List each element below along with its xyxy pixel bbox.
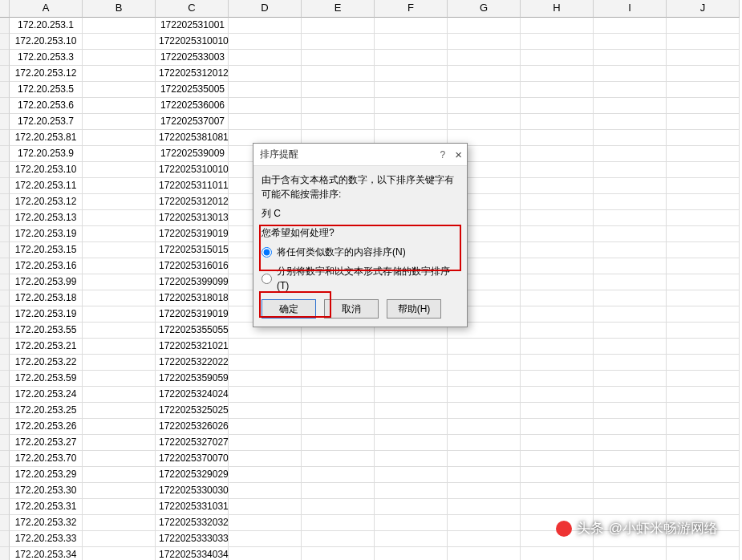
cell[interactable]: 1722025319019 (156, 226, 229, 242)
row-header[interactable] (0, 547, 10, 560)
cell[interactable] (83, 146, 156, 162)
option-sort-as-number[interactable]: 将任何类似数字的内容排序(N) (262, 245, 459, 259)
cell[interactable] (83, 210, 156, 226)
cell[interactable] (229, 499, 302, 515)
row-header[interactable] (0, 339, 10, 355)
cell[interactable] (83, 82, 156, 98)
cell[interactable] (229, 451, 302, 467)
col-header-F[interactable]: F (375, 0, 448, 18)
cell[interactable] (229, 483, 302, 499)
cell[interactable] (302, 499, 375, 515)
cell[interactable]: 172202531001 (156, 18, 229, 34)
cell[interactable] (448, 98, 521, 114)
cell[interactable] (667, 178, 740, 194)
cell[interactable] (302, 50, 375, 66)
col-header-J[interactable]: J (667, 0, 740, 18)
cell[interactable] (83, 258, 156, 274)
cell[interactable] (83, 114, 156, 130)
cell[interactable] (521, 387, 594, 403)
cell[interactable]: 1722025312012 (156, 194, 229, 210)
cell[interactable] (594, 371, 667, 387)
cell[interactable] (448, 66, 521, 82)
cell[interactable] (594, 82, 667, 98)
cancel-button[interactable]: 取消 (324, 299, 379, 319)
cell[interactable] (448, 371, 521, 387)
cell[interactable] (667, 18, 740, 34)
cell[interactable] (302, 403, 375, 419)
cell[interactable] (302, 18, 375, 34)
cell[interactable] (521, 50, 594, 66)
cell[interactable]: 1722025322022 (156, 355, 229, 371)
cell[interactable] (375, 114, 448, 130)
cell[interactable] (594, 467, 667, 483)
cell[interactable]: 172.20.253.12 (10, 194, 83, 210)
cell[interactable] (302, 371, 375, 387)
cell[interactable] (521, 210, 594, 226)
cell[interactable] (83, 66, 156, 82)
cell[interactable]: 172.20.253.5 (10, 82, 83, 98)
cell[interactable] (83, 178, 156, 194)
cell[interactable]: 1722025355055 (156, 323, 229, 339)
cell[interactable] (229, 547, 302, 560)
cell[interactable]: 172.20.253.10 (10, 34, 83, 50)
cell[interactable] (667, 419, 740, 435)
cell[interactable] (302, 451, 375, 467)
cell[interactable] (667, 34, 740, 50)
cell[interactable] (667, 403, 740, 419)
cell[interactable] (448, 419, 521, 435)
cell[interactable] (375, 339, 448, 355)
cell[interactable] (302, 467, 375, 483)
cell[interactable] (375, 483, 448, 499)
cell[interactable] (302, 355, 375, 371)
row-header[interactable] (0, 18, 10, 34)
cell[interactable] (83, 547, 156, 560)
row-header[interactable] (0, 226, 10, 242)
cell[interactable] (521, 146, 594, 162)
row-header[interactable] (0, 34, 10, 50)
cell[interactable] (594, 98, 667, 114)
help-button[interactable]: 帮助(H) (387, 299, 441, 319)
cell[interactable] (521, 355, 594, 371)
cell[interactable] (448, 387, 521, 403)
cell[interactable] (375, 66, 448, 82)
cell[interactable] (448, 499, 521, 515)
cell[interactable] (229, 114, 302, 130)
col-header-D[interactable]: D (229, 0, 302, 18)
cell[interactable] (375, 355, 448, 371)
cell[interactable] (521, 130, 594, 146)
cell[interactable]: 1722025315015 (156, 242, 229, 258)
cell[interactable]: 1722025333033 (156, 531, 229, 547)
cell[interactable] (375, 515, 448, 531)
cell[interactable] (594, 451, 667, 467)
cell[interactable] (521, 242, 594, 258)
cell[interactable] (83, 226, 156, 242)
cell[interactable] (594, 162, 667, 178)
cell[interactable]: 172.20.253.7 (10, 114, 83, 130)
row-header[interactable] (0, 483, 10, 499)
cell[interactable]: 172.20.253.99 (10, 274, 83, 290)
cell[interactable] (521, 306, 594, 323)
cell[interactable] (667, 483, 740, 499)
row-header[interactable] (0, 274, 10, 290)
cell[interactable] (521, 371, 594, 387)
cell[interactable] (83, 387, 156, 403)
cell[interactable] (667, 274, 740, 290)
cell[interactable] (375, 50, 448, 66)
cell[interactable] (594, 146, 667, 162)
cell[interactable] (448, 82, 521, 98)
cell[interactable]: 172.20.253.6 (10, 98, 83, 114)
cell[interactable] (83, 34, 156, 50)
cell[interactable] (375, 18, 448, 34)
cell[interactable]: 172202533003 (156, 50, 229, 66)
row-header[interactable] (0, 130, 10, 146)
cell[interactable] (594, 242, 667, 258)
cell[interactable]: 172.20.253.19 (10, 306, 83, 323)
cell[interactable]: 1722025329029 (156, 467, 229, 483)
radio-sort-separately[interactable] (262, 274, 272, 284)
close-icon[interactable]: × (455, 149, 462, 160)
cell[interactable] (667, 306, 740, 323)
cell[interactable]: 172.20.253.33 (10, 531, 83, 547)
cell[interactable] (667, 146, 740, 162)
cell[interactable]: 172.20.253.21 (10, 339, 83, 355)
cell[interactable] (521, 194, 594, 210)
